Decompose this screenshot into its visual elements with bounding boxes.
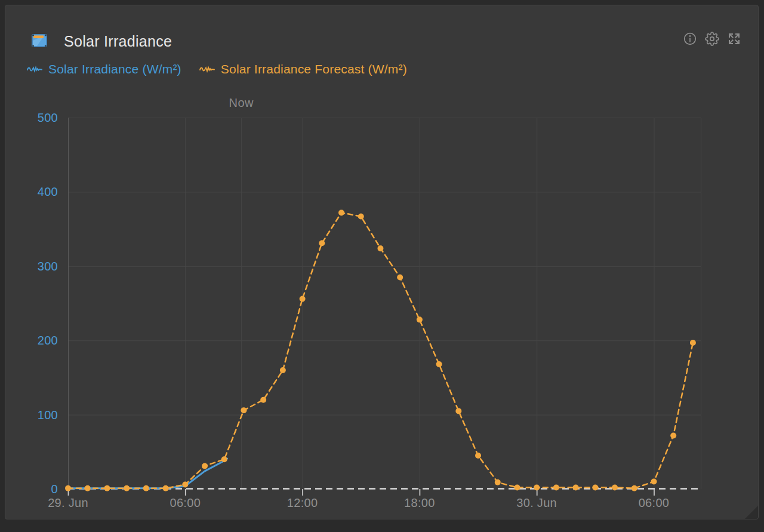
forecast-data-point[interactable] (104, 485, 110, 491)
info-icon[interactable] (683, 32, 697, 46)
settings-icon[interactable] (705, 32, 719, 46)
forecast-data-point[interactable] (377, 245, 383, 251)
legend-item-solar-irradiance-forecast[interactable]: Solar Irradiance Forecast (W/m²) (199, 62, 407, 76)
forecast-data-point[interactable] (338, 210, 344, 216)
forecast-data-point[interactable] (221, 456, 227, 462)
forecast-data-point[interactable] (319, 240, 325, 246)
solar-irradiance-panel: Solar Irradiance Solar Irradiance (W/m²) (5, 5, 759, 519)
legend-label: Solar Irradiance (W/m²) (48, 62, 181, 76)
forecast-series-line (68, 213, 693, 488)
y-axis-label: 300 (5, 259, 58, 273)
forecast-data-point[interactable] (670, 432, 676, 438)
forecast-data-point[interactable] (592, 485, 598, 491)
forecast-data-point[interactable] (534, 485, 540, 491)
forecast-data-point[interactable] (300, 296, 306, 302)
forecast-data-point[interactable] (612, 485, 618, 491)
x-axis-label: 29. Jun (48, 496, 88, 510)
forecast-data-point[interactable] (124, 485, 130, 491)
y-axis-label: 0 (5, 482, 58, 496)
x-axis-label: 30. Jun (516, 496, 557, 510)
header-actions (683, 32, 741, 46)
forecast-data-point[interactable] (163, 485, 169, 491)
now-label: Now (229, 96, 254, 110)
chart-legend: Solar Irradiance (W/m²) Solar Irradiance… (27, 62, 407, 76)
line-squiggle-icon (27, 65, 43, 74)
forecast-data-point[interactable] (358, 213, 364, 219)
forecast-data-point[interactable] (417, 316, 423, 322)
y-axis-label: 400 (5, 184, 58, 199)
solar-panel-icon (30, 32, 48, 50)
x-axis-label: 06:00 (170, 496, 201, 510)
forecast-data-point[interactable] (495, 479, 501, 485)
forecast-data-point[interactable] (85, 485, 91, 491)
forecast-data-point[interactable] (260, 397, 266, 403)
x-axis-label: 06:00 (639, 496, 670, 510)
forecast-data-point[interactable] (397, 274, 403, 280)
solar-irradiance-chart[interactable] (68, 118, 701, 505)
y-axis-label: 200 (5, 333, 58, 348)
forecast-data-point[interactable] (202, 463, 208, 469)
forecast-data-point[interactable] (436, 361, 442, 367)
forecast-data-point[interactable] (631, 485, 637, 491)
actual-series-line (68, 459, 227, 488)
forecast-data-point[interactable] (651, 479, 657, 485)
forecast-data-point[interactable] (182, 482, 188, 488)
legend-item-solar-irradiance[interactable]: Solar Irradiance (W/m²) (27, 62, 181, 76)
forecast-data-point[interactable] (573, 485, 579, 491)
line-squiggle-icon (199, 65, 215, 74)
forecast-data-point[interactable] (514, 485, 520, 491)
forecast-data-point[interactable] (241, 407, 247, 413)
forecast-data-point[interactable] (280, 367, 286, 373)
y-axis-label: 100 (5, 408, 58, 422)
legend-label: Solar Irradiance Forecast (W/m²) (221, 62, 407, 76)
forecast-data-point[interactable] (690, 340, 696, 346)
panel-title: Solar Irradiance (64, 33, 172, 50)
forecast-data-point[interactable] (553, 485, 559, 491)
expand-icon[interactable] (727, 32, 741, 46)
forecast-data-point[interactable] (455, 408, 461, 414)
x-axis-label: 18:00 (404, 496, 435, 510)
x-axis-label: 12:00 (287, 496, 318, 510)
forecast-data-point[interactable] (475, 453, 481, 459)
resize-handle[interactable] (745, 506, 758, 519)
forecast-data-point[interactable] (143, 485, 149, 491)
y-axis-label: 500 (5, 110, 58, 125)
forecast-data-point[interactable] (65, 485, 71, 491)
